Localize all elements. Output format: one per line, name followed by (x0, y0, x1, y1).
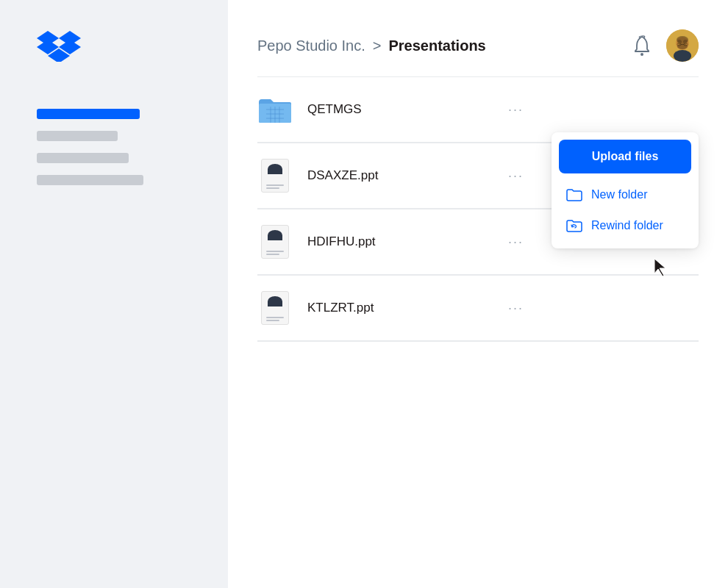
folder-icon-svg (257, 95, 293, 124)
avatar-image (666, 29, 699, 62)
sidebar-item-active[interactable] (37, 109, 140, 119)
file-name: DSAXZE.ppt (307, 168, 488, 183)
svg-point-5 (640, 53, 643, 56)
file-more-button[interactable]: ··· (502, 165, 529, 187)
new-folder-icon (566, 188, 582, 201)
sidebar-item-3[interactable] (37, 175, 143, 185)
ppt-file-icon (257, 158, 293, 193)
rewind-icon (566, 219, 582, 232)
upload-files-button[interactable]: Upload files (559, 140, 691, 173)
sidebar-nav (37, 109, 206, 185)
file-name: QETMGS (307, 102, 488, 117)
breadcrumb-current: Presentations (388, 37, 485, 54)
rewind-folder-menu-item[interactable]: Rewind folder (552, 210, 699, 241)
dropbox-logo-icon (37, 29, 81, 62)
breadcrumb-parent[interactable]: Pepo Studio Inc. (257, 37, 365, 54)
ppt-file-icon (257, 290, 293, 326)
sidebar-item-1[interactable] (37, 131, 118, 141)
file-more-button[interactable]: ··· (502, 232, 529, 253)
file-name: HDIFHU.ppt (307, 234, 488, 249)
logo (37, 29, 81, 65)
sidebar-item-2[interactable] (37, 153, 129, 163)
breadcrumb-separator: > (373, 37, 382, 54)
svg-point-7 (674, 50, 691, 62)
sidebar (0, 0, 228, 588)
new-folder-label: New folder (591, 188, 647, 201)
bell-icon (632, 35, 652, 56)
breadcrumb: Pepo Studio Inc. > Presentations (257, 37, 486, 54)
folder-plus-icon (566, 188, 582, 201)
new-folder-menu-item[interactable]: New folder (552, 179, 699, 210)
rewind-folder-label: Rewind folder (591, 219, 663, 232)
notifications-button[interactable] (629, 32, 654, 59)
dropdown-menu: Upload files New folder Rewind folder (552, 132, 699, 248)
ppt-file-icon (257, 224, 293, 259)
main-content: Pepo Studio Inc. > Presentations (228, 0, 728, 588)
folder-icon (257, 92, 293, 127)
table-row: KTLZRT.ppt ··· (257, 276, 699, 341)
svg-point-12 (677, 36, 688, 43)
file-name: KTLZRT.ppt (307, 301, 488, 315)
file-more-button[interactable]: ··· (502, 99, 529, 121)
avatar[interactable] (666, 29, 699, 62)
row-divider-4 (257, 341, 699, 342)
file-more-button[interactable]: ··· (502, 298, 529, 319)
rewind-folder-icon (566, 219, 582, 232)
header: Pepo Studio Inc. > Presentations (257, 0, 699, 76)
header-actions (629, 29, 699, 62)
